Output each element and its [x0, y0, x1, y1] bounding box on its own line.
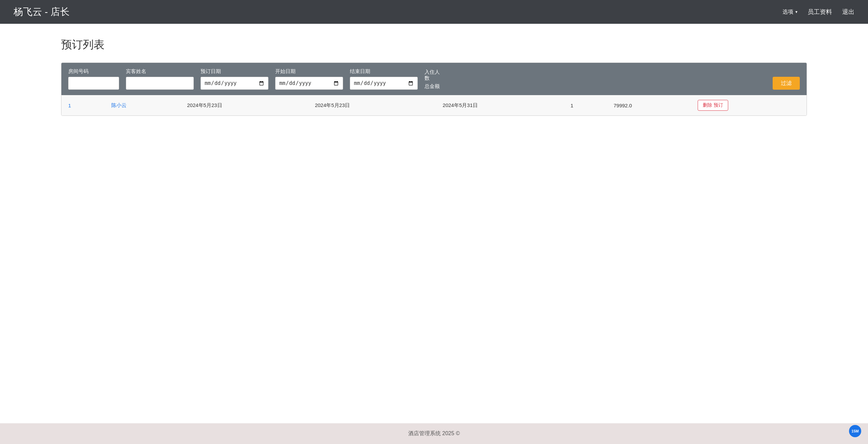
options-dropdown[interactable]: 选项 ▾: [782, 8, 797, 16]
room-input[interactable]: [68, 77, 119, 90]
start-date-input[interactable]: [275, 77, 343, 90]
employee-info-link[interactable]: 员工资料: [808, 8, 832, 16]
room-filter-label: 房间号码: [68, 68, 119, 75]
data-table: 1 陈小云 2024年5月23日 2024年5月23日 2024年5月31日 1…: [61, 95, 807, 116]
actions-cell: 删除 预订: [691, 95, 807, 116]
guest-input[interactable]: [126, 77, 194, 90]
booking-date-input[interactable]: [201, 77, 268, 90]
options-label: 选项: [782, 8, 793, 16]
guest-name-cell: 陈小云: [105, 95, 180, 116]
total-amount-cell: 79992.0: [607, 95, 691, 116]
occupants-filter-label: 入住人数: [424, 69, 440, 81]
occupants-filter-group: 入住人数 总金额: [424, 69, 440, 90]
chevron-down-icon: ▾: [795, 10, 797, 14]
end-date-label: 结束日期: [350, 68, 418, 75]
corner-badge: 15M: [849, 425, 861, 437]
filter-header: 房间号码 宾客姓名 预订日期 开始日期 结束日期 入住人数 总金: [61, 63, 807, 95]
main-content: 预订列表 房间号码 宾客姓名 预订日期 开始日期 结束日期: [0, 24, 868, 423]
end-date-filter-group: 结束日期: [350, 68, 418, 90]
booking-date-filter-group: 预订日期: [201, 68, 268, 90]
header-nav: 选项 ▾ 员工资料 退出: [782, 8, 854, 16]
logout-link[interactable]: 退出: [842, 8, 854, 16]
guest-filter-group: 宾客姓名: [126, 68, 194, 90]
table-row: 1 陈小云 2024年5月23日 2024年5月23日 2024年5月31日 1…: [61, 95, 807, 116]
table-container: 房间号码 宾客姓名 预订日期 开始日期 结束日期 入住人数 总金: [61, 63, 807, 116]
delete-booking-button[interactable]: 删除 预订: [698, 100, 728, 111]
booking-date-label: 预订日期: [201, 68, 268, 75]
total-filter-label: 总金额: [424, 83, 440, 90]
guest-filter-label: 宾客姓名: [126, 68, 194, 75]
occupants-cell: 1: [564, 95, 607, 116]
booking-date-cell: 2024年5月23日: [180, 95, 308, 116]
page-title: 预订列表: [61, 37, 807, 52]
filter-button[interactable]: 过滤: [773, 77, 800, 90]
room-id-cell: 1: [61, 95, 105, 116]
footer-text: 酒店管理系统 2025 ©: [408, 430, 460, 436]
footer: 酒店管理系统 2025 ©: [0, 423, 868, 444]
corner-badge-label: 15M: [851, 429, 858, 433]
guest-name-link[interactable]: 陈小云: [111, 102, 127, 108]
room-id-link[interactable]: 1: [68, 103, 71, 108]
start-date-filter-group: 开始日期: [275, 68, 343, 90]
header: 杨飞云 - 店长 选项 ▾ 员工资料 退出: [0, 0, 868, 24]
start-date-cell: 2024年5月23日: [308, 95, 436, 116]
end-date-input[interactable]: [350, 77, 418, 90]
start-date-label: 开始日期: [275, 68, 343, 75]
room-filter-group: 房间号码: [68, 68, 119, 90]
header-title: 杨飞云 - 店长: [14, 5, 70, 18]
end-date-cell: 2024年5月31日: [436, 95, 564, 116]
